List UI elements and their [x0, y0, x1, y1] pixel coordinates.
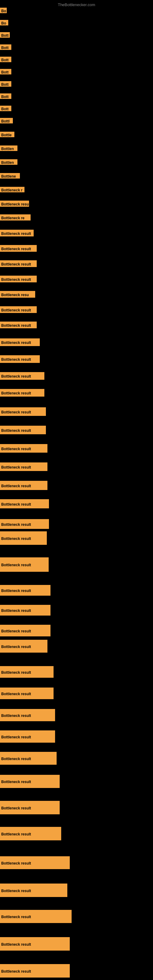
bottleneck-result-item: Bottleneck result: [0, 275, 37, 282]
bottleneck-result-item: Bottl: [0, 118, 13, 123]
bottleneck-result-item: Bottleneck result: [0, 709, 55, 721]
bottleneck-result-item: Bottleneck result: [0, 856, 70, 869]
bottleneck-result-item: Bottleneck result: [0, 775, 60, 788]
bottleneck-result-item: Bottleneck result: [0, 339, 40, 346]
bottleneck-result-item: Bottleneck result: [0, 964, 70, 978]
bottleneck-result-item: Bottleneck result: [0, 245, 37, 252]
bottleneck-result-item: Bottle: [0, 132, 14, 137]
bottleneck-result-item: Bottleneck result: [0, 640, 48, 652]
bottleneck-result-item: Bottlen: [0, 159, 18, 165]
bottleneck-result-item: Bottleneck result: [0, 730, 55, 743]
bottleneck-result-item: Bottleneck result: [0, 481, 48, 490]
bottleneck-result-item: Bottleneck result: [0, 666, 54, 678]
bottleneck-result-item: Bottleneck result: [0, 937, 70, 951]
bottleneck-result-item: Bott: [0, 32, 10, 38]
bottleneck-result-item: Bottleneck re: [0, 215, 30, 221]
bottleneck-result-item: Bottlen: [0, 145, 18, 151]
bottleneck-result-item: Bott: [0, 94, 11, 99]
bottleneck-result-item: Bottleneck result: [0, 355, 40, 363]
bottleneck-result-item: Bottleneck result: [0, 389, 45, 396]
bottleneck-result-item: Bo: [0, 20, 8, 25]
bottleneck-result-item: Bott: [0, 81, 11, 87]
bottleneck-result-item: Bottleneck result: [0, 752, 57, 765]
bottleneck-result-item: Bottleneck result: [0, 426, 46, 434]
bottleneck-result-item: Bottleneck result: [0, 687, 54, 699]
bottleneck-result-item: Bottleneck result: [0, 230, 33, 236]
site-title: TheBottlenecker.com: [58, 2, 95, 7]
bottleneck-result-item: Bottleneck result: [0, 444, 48, 453]
bottleneck-result-item: Bottleneck resu: [0, 200, 29, 207]
bottleneck-result-item: Bott: [0, 106, 11, 111]
bottleneck-result-item: Bottleneck result: [0, 910, 72, 923]
bottleneck-result-item: Bottleneck result: [0, 827, 61, 840]
bottleneck-result-item: Bott: [0, 69, 11, 75]
bottleneck-result-item: Bottleneck result: [0, 883, 67, 897]
bottleneck-result-item: Bottleneck resu: [0, 291, 35, 298]
bottleneck-result-item: Bott: [0, 45, 11, 50]
bottleneck-result-item: Bottleneck result: [0, 407, 46, 416]
bottleneck-result-item: Bottleneck result: [0, 585, 51, 596]
bottleneck-result-item: Bottleneck result: [0, 625, 51, 636]
bottleneck-result-item: Bottleneck result: [0, 499, 49, 508]
bottleneck-result-item: Bottleneck result: [0, 557, 49, 572]
bottleneck-result-item: Bottleneck result: [0, 519, 49, 529]
bottleneck-result-item: Bottleneck result: [0, 260, 37, 267]
bottleneck-result-item: Bottleneck result: [0, 531, 47, 545]
bottleneck-result-item: Bottleneck result: [0, 605, 51, 616]
bottleneck-result-item: Bott: [0, 57, 11, 62]
bottleneck-result-item: Bottleneck r: [0, 187, 24, 192]
bottleneck-result-item: Bottlene: [0, 173, 20, 178]
bottleneck-result-item: Bottleneck result: [0, 463, 48, 471]
bottleneck-result-item: Bottleneck result: [0, 321, 37, 328]
bottleneck-result-item: Bo: [0, 8, 7, 13]
bottleneck-result-item: Bottleneck result: [0, 372, 45, 380]
bottleneck-result-item: Bottleneck result: [0, 801, 60, 814]
bottleneck-result-item: Bottleneck result: [0, 306, 37, 313]
